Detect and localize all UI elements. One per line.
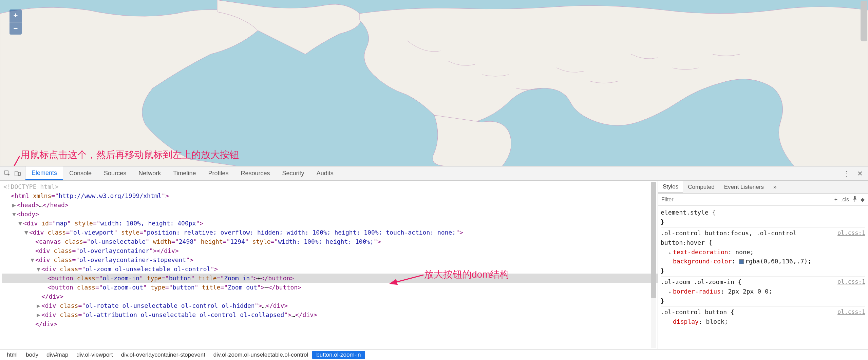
tab-console[interactable]: Console (63, 166, 98, 180)
tab-resources[interactable]: Resources (235, 166, 276, 180)
svg-line-1 (12, 156, 20, 166)
css-rule[interactable]: ol.css:1.ol-control button:focus, .ol-co… (661, 227, 865, 276)
zoom-control: + − (10, 9, 22, 35)
dom-scrollbar[interactable] (651, 182, 656, 348)
breadcrumb-item[interactable]: div#map (42, 351, 72, 359)
css-rule[interactable]: ol.css:1.ol-zoom .ol-zoom-in {▸border-ra… (661, 276, 865, 306)
side-tab-event-listeners[interactable]: Event Listeners (719, 181, 769, 193)
dom-node[interactable]: ▼<body> (2, 209, 658, 219)
doctype-text: <!DOCTYPE html> (3, 183, 59, 190)
dom-node[interactable]: <button class="ol-zoom-in" type="button"… (2, 274, 658, 283)
breadcrumb-item[interactable]: div.ol-viewport (72, 351, 117, 359)
breadcrumb-item[interactable]: html (3, 351, 22, 359)
breadcrumb: htmlbodydiv#mapdiv.ol-viewportdiv.ol-ove… (0, 349, 868, 360)
side-tab-computed[interactable]: Computed (683, 181, 719, 193)
source-link[interactable]: ol.css:1 (837, 277, 865, 286)
dom-node[interactable]: ▼<div class="ol-zoom ol-unselectable ol-… (2, 264, 658, 274)
source-link[interactable]: ol.css:1 (837, 228, 865, 237)
map-viewport[interactable]: + − 用鼠标点击这个，然后再移动鼠标到左上的放大按钮 (0, 0, 868, 166)
tab-sources[interactable]: Sources (98, 166, 132, 180)
dom-node[interactable]: ▼<div class="ol-viewport" style="positio… (2, 228, 658, 237)
side-tabs-more-icon[interactable]: » (769, 181, 781, 193)
dom-node[interactable]: <html xmlns="http://www.w3.org/1999/xhtm… (2, 191, 658, 200)
breadcrumb-item[interactable]: button.ol-zoom-in (312, 351, 365, 359)
svg-rect-3 (15, 171, 18, 176)
arrow-icon (394, 274, 424, 286)
device-icon[interactable] (14, 169, 22, 178)
dom-tree[interactable]: <!DOCTYPE html> <html xmlns="http://www.… (0, 181, 658, 349)
breadcrumb-item[interactable]: div.ol-overlaycontainer-stopevent (117, 351, 209, 359)
styles-filter-input[interactable] (661, 197, 831, 203)
devtools-panel: ElementsConsoleSourcesNetworkTimelinePro… (0, 166, 868, 360)
zoom-in-button[interactable]: + (10, 9, 22, 22)
tack-icon[interactable]: ◆ (861, 196, 865, 203)
breadcrumb-item[interactable]: body (22, 351, 42, 359)
zoom-out-button[interactable]: − (10, 22, 22, 35)
arrow-icon (10, 156, 24, 166)
dom-node[interactable]: </div> (2, 292, 658, 301)
dom-node[interactable]: ▶<head>…</head> (2, 200, 658, 209)
source-link[interactable]: ol.css:1 (837, 307, 865, 316)
pin-icon[interactable] (852, 196, 857, 203)
tab-profiles[interactable]: Profiles (202, 166, 235, 180)
styles-filter-bar: + .cls ◆ (658, 194, 868, 206)
dom-node[interactable]: <button class="ol-zoom-out" type="button… (2, 283, 658, 292)
page-scrollbar[interactable] (861, 1, 867, 41)
new-rule-icon[interactable]: + (834, 197, 837, 203)
dom-node[interactable]: ▶<div class="ol-rotate ol-unselectable o… (2, 301, 658, 310)
svg-rect-4 (18, 172, 20, 176)
css-rule[interactable]: element.style {} (661, 207, 865, 227)
map-tiles (0, 0, 868, 166)
dom-node[interactable]: ▼<div id="map" style="width: 100%, heigh… (2, 219, 658, 228)
tab-elements[interactable]: Elements (25, 166, 63, 180)
dom-node[interactable]: </div> (2, 319, 658, 328)
dom-node[interactable]: ▼<div class="ol-overlaycontainer-stopeve… (2, 255, 658, 264)
svg-line-5 (395, 275, 423, 282)
cls-toggle[interactable]: .cls (841, 197, 849, 203)
css-rule[interactable]: ol.css:1.ol-control button {display: blo… (661, 306, 865, 327)
styles-rules[interactable]: element.style {}ol.css:1.ol-control butt… (658, 206, 868, 349)
tab-timeline[interactable]: Timeline (167, 166, 202, 180)
dom-node[interactable]: <canvas class="ol-unselectable" width="2… (2, 237, 658, 246)
kebab-icon[interactable]: ⋮ (842, 169, 850, 178)
annotation-dom: 放大按钮的dom结构 (424, 267, 509, 282)
tab-security[interactable]: Security (276, 166, 310, 180)
styles-sidebar: StylesComputedEvent Listeners» + .cls ◆ … (658, 181, 868, 349)
tab-audits[interactable]: Audits (310, 166, 340, 180)
dom-node[interactable]: ▶<div class="ol-attribution ol-unselecta… (2, 310, 658, 319)
dom-node[interactable]: <div class="ol-overlaycontainer"></div> (2, 246, 658, 255)
breadcrumb-item[interactable]: div.ol-zoom.ol-unselectable.ol-control (209, 351, 312, 359)
tab-network[interactable]: Network (132, 166, 167, 180)
inspect-icon[interactable] (3, 169, 12, 178)
close-icon[interactable]: ✕ (856, 169, 864, 178)
devtools-toolbar: ElementsConsoleSourcesNetworkTimelinePro… (0, 166, 868, 181)
annotation-top: 用鼠标点击这个，然后再移动鼠标到左上的放大按钮 (20, 148, 239, 161)
side-tab-styles[interactable]: Styles (658, 181, 683, 193)
